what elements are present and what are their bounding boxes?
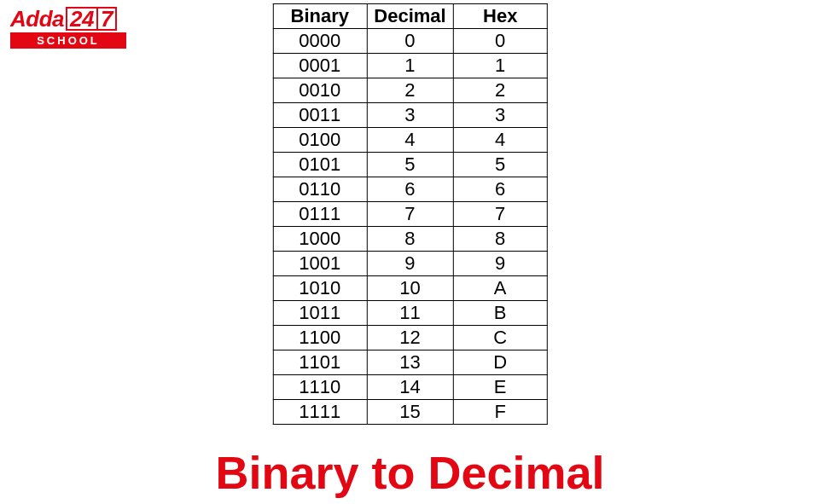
cell-hex: 9 [453, 252, 547, 276]
table-row: 010155 [273, 153, 547, 177]
cell-hex: F [453, 400, 547, 425]
cell-binary: 1110 [273, 375, 367, 400]
header-decimal: Decimal [367, 4, 453, 29]
cell-decimal: 11 [367, 301, 453, 326]
cell-binary: 0000 [273, 29, 367, 54]
cell-binary: 1011 [273, 301, 367, 326]
table-header-row: Binary Decimal Hex [273, 4, 547, 29]
table-row: 111014E [273, 375, 547, 400]
cell-decimal: 6 [367, 177, 453, 202]
header-binary: Binary [273, 4, 367, 29]
cell-decimal: 7 [367, 202, 453, 227]
cell-hex: 6 [453, 177, 547, 202]
brand-logo: Adda 24 7 SCHOOL [10, 7, 130, 49]
cell-hex: 2 [453, 78, 547, 103]
conversion-table: Binary Decimal Hex 000000000111001022001… [272, 3, 547, 425]
cell-hex: E [453, 375, 547, 400]
table-row: 110113D [273, 350, 547, 375]
cell-binary: 1010 [273, 276, 367, 301]
cell-binary: 0110 [273, 177, 367, 202]
brand-number-box: 24 7 [66, 7, 117, 31]
cell-binary: 0011 [273, 103, 367, 128]
brand-number-right: 7 [98, 8, 113, 30]
cell-decimal: 0 [367, 29, 453, 54]
brand-name: Adda [10, 8, 64, 30]
cell-binary: 1001 [273, 252, 367, 276]
cell-binary: 0101 [273, 153, 367, 177]
cell-decimal: 9 [367, 252, 453, 276]
cell-decimal: 5 [367, 153, 453, 177]
table-row: 101111B [273, 301, 547, 326]
cell-decimal: 15 [367, 400, 453, 425]
cell-binary: 1100 [273, 326, 367, 350]
page-title: Binary to Decimal [0, 446, 820, 499]
cell-hex: 3 [453, 103, 547, 128]
cell-binary: 1111 [273, 400, 367, 425]
cell-decimal: 4 [367, 128, 453, 153]
table-row: 000000 [273, 29, 547, 54]
cell-binary: 1101 [273, 350, 367, 375]
cell-decimal: 8 [367, 227, 453, 252]
cell-hex: 8 [453, 227, 547, 252]
table-row: 001022 [273, 78, 547, 103]
cell-decimal: 13 [367, 350, 453, 375]
cell-hex: A [453, 276, 547, 301]
cell-binary: 0100 [273, 128, 367, 153]
cell-decimal: 3 [367, 103, 453, 128]
brand-number-left: 24 [70, 8, 98, 30]
table-row: 100199 [273, 252, 547, 276]
header-hex: Hex [453, 4, 547, 29]
table-row: 000111 [273, 54, 547, 78]
cell-hex: B [453, 301, 547, 326]
cell-hex: 7 [453, 202, 547, 227]
table-row: 100088 [273, 227, 547, 252]
cell-decimal: 1 [367, 54, 453, 78]
cell-decimal: 12 [367, 326, 453, 350]
cell-hex: 5 [453, 153, 547, 177]
table-row: 011066 [273, 177, 547, 202]
cell-binary: 0001 [273, 54, 367, 78]
cell-hex: 0 [453, 29, 547, 54]
cell-decimal: 14 [367, 375, 453, 400]
brand-logo-top: Adda 24 7 [10, 7, 130, 31]
cell-hex: 1 [453, 54, 547, 78]
cell-hex: D [453, 350, 547, 375]
cell-binary: 1000 [273, 227, 367, 252]
brand-subline: SCHOOL [10, 32, 126, 49]
cell-hex: C [453, 326, 547, 350]
table-row: 111115F [273, 400, 547, 425]
table-row: 101010A [273, 276, 547, 301]
table-row: 011177 [273, 202, 547, 227]
table-row: 010044 [273, 128, 547, 153]
conversion-table-wrap: Binary Decimal Hex 000000000111001022001… [272, 3, 547, 425]
table-row: 001133 [273, 103, 547, 128]
cell-hex: 4 [453, 128, 547, 153]
table-row: 110012C [273, 326, 547, 350]
cell-binary: 0010 [273, 78, 367, 103]
cell-decimal: 10 [367, 276, 453, 301]
cell-decimal: 2 [367, 78, 453, 103]
cell-binary: 0111 [273, 202, 367, 227]
